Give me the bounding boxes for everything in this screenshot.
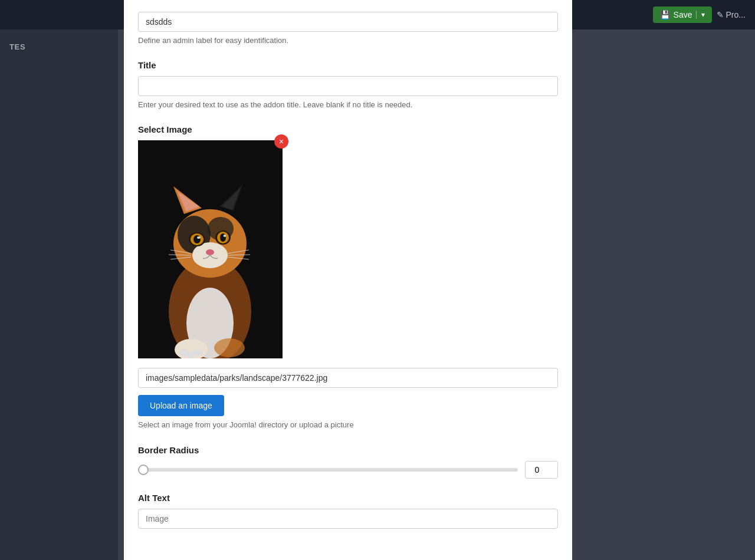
- title-input[interactable]: [138, 76, 558, 96]
- cat-svg: [138, 140, 283, 358]
- save-button[interactable]: 💾 Save ▾: [653, 6, 712, 23]
- svg-point-19: [224, 235, 226, 237]
- select-image-label: Select Image: [138, 124, 558, 134]
- cat-image: [138, 140, 283, 358]
- svg-point-15: [197, 236, 201, 239]
- alt-text-group: Alt Text: [138, 493, 558, 529]
- save-icon: 💾: [660, 10, 670, 19]
- slider-row: [138, 461, 558, 479]
- border-radius-slider[interactable]: [138, 468, 518, 472]
- alt-text-input[interactable]: [138, 509, 558, 529]
- image-preview-container: ×: [138, 140, 283, 358]
- admin-label-input[interactable]: [138, 12, 558, 32]
- border-radius-label: Border Radius: [138, 445, 558, 455]
- remove-image-button[interactable]: ×: [274, 134, 288, 149]
- border-radius-group: Border Radius: [138, 445, 558, 479]
- title-label: Title: [138, 60, 558, 70]
- image-path-input[interactable]: [138, 368, 558, 388]
- select-image-group: Select Image: [138, 124, 558, 430]
- svg-point-20: [206, 249, 214, 255]
- left-sidebar: TES: [0, 29, 118, 560]
- slider-thumb: [138, 465, 149, 475]
- preview-icon: ✎: [717, 10, 724, 19]
- preview-label: Pro...: [726, 10, 746, 19]
- save-dropdown-arrow[interactable]: ▾: [696, 11, 705, 19]
- settings-panel: Define an admin label for easy identific…: [124, 0, 572, 560]
- title-helper: Enter your desired text to use as the ad…: [138, 100, 558, 110]
- border-radius-value-input[interactable]: [525, 461, 558, 479]
- title-group: Title Enter your desired text to use as …: [138, 60, 558, 110]
- sidebar-label: TES: [9, 42, 25, 51]
- admin-label-group: Define an admin label for easy identific…: [138, 12, 558, 46]
- svg-point-28: [214, 338, 245, 357]
- admin-label-helper: Define an admin label for easy identific…: [138, 35, 558, 46]
- alt-text-label: Alt Text: [138, 493, 558, 503]
- upload-helper: Select an image from your Joomla! direct…: [138, 420, 558, 430]
- svg-point-30: [186, 351, 196, 358]
- svg-point-31: [195, 350, 203, 355]
- save-label: Save: [674, 10, 692, 19]
- svg-point-14: [193, 235, 201, 243]
- upload-image-button[interactable]: Upload an image: [138, 395, 224, 416]
- preview-button[interactable]: ✎ Pro...: [717, 10, 746, 19]
